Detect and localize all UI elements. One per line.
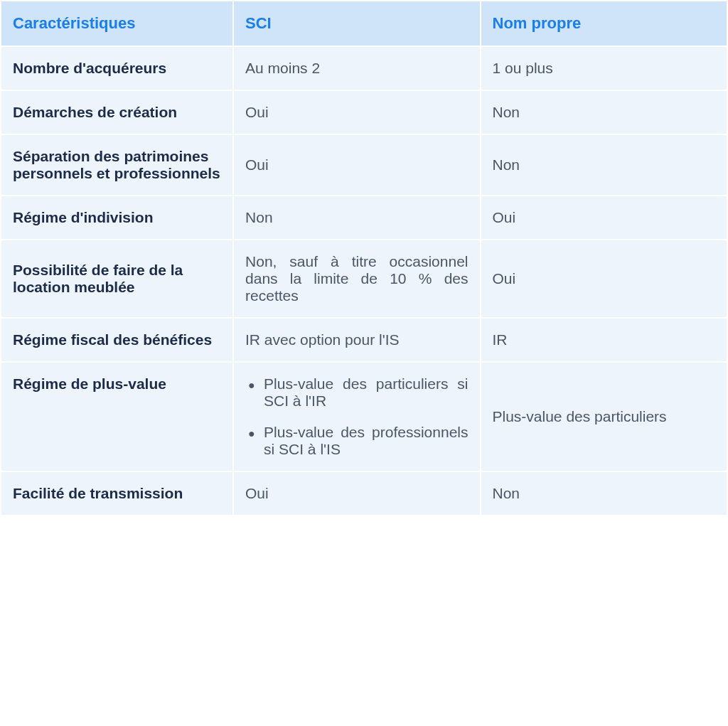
table-header-row: Caractéristiques SCI Nom propre [1, 1, 727, 46]
row-sci-value: Oui [233, 471, 480, 516]
row-label: Facilité de transmission [1, 471, 233, 516]
row-sci-value: Plus-value des particuliers si SCI à l'I… [233, 362, 480, 471]
table-row: Nombre d'acquéreurs Au moins 2 1 ou plus [1, 46, 727, 90]
row-label: Régime fiscal des bénéfices [1, 318, 233, 362]
bullet-list: Plus-value des particuliers si SCI à l'I… [245, 375, 468, 458]
row-sci-value: Oui [233, 90, 480, 134]
row-nompropre-value: Non [481, 90, 728, 134]
table-row: Séparation des patrimoines personnels et… [1, 134, 727, 196]
row-label: Démarches de création [1, 90, 233, 134]
row-label: Possibilité de faire de la location meub… [1, 240, 233, 318]
row-sci-value: IR avec option pour l'IS [233, 318, 480, 362]
row-sci-value: Non [233, 196, 480, 240]
table-row: Facilité de transmission Oui Non [1, 471, 727, 516]
header-nom-propre: Nom propre [481, 1, 728, 46]
header-caracteristiques: Caractéristiques [1, 1, 233, 46]
row-nompropre-value: Non [481, 134, 728, 196]
table-row: Régime de plus-value Plus-value des part… [1, 362, 727, 471]
row-nompropre-value: IR [481, 318, 728, 362]
row-sci-value: Oui [233, 134, 480, 196]
row-nompropre-value: 1 ou plus [481, 46, 728, 90]
row-label: Régime de plus-value [1, 362, 233, 471]
table-row: Régime fiscal des bénéfices IR avec opti… [1, 318, 727, 362]
table-row: Régime d'indivision Non Oui [1, 196, 727, 240]
table-row: Possibilité de faire de la location meub… [1, 240, 727, 318]
row-nompropre-value: Plus-value des particuliers [481, 362, 728, 471]
row-sci-value: Non, sauf à titre occasionnel dans la li… [233, 240, 480, 318]
row-nompropre-value: Oui [481, 196, 728, 240]
header-sci: SCI [233, 1, 480, 46]
bullet-item: Plus-value des professionnels si SCI à l… [245, 424, 468, 458]
row-label: Séparation des patrimoines personnels et… [1, 134, 233, 196]
row-label: Régime d'indivision [1, 196, 233, 240]
row-sci-value: Au moins 2 [233, 46, 480, 90]
row-label: Nombre d'acquéreurs [1, 46, 233, 90]
bullet-item: Plus-value des particuliers si SCI à l'I… [245, 375, 468, 410]
row-nompropre-value: Oui [481, 240, 728, 318]
row-nompropre-value: Non [481, 471, 728, 516]
table-row: Démarches de création Oui Non [1, 90, 727, 134]
comparison-table: Caractéristiques SCI Nom propre Nombre d… [0, 0, 728, 516]
